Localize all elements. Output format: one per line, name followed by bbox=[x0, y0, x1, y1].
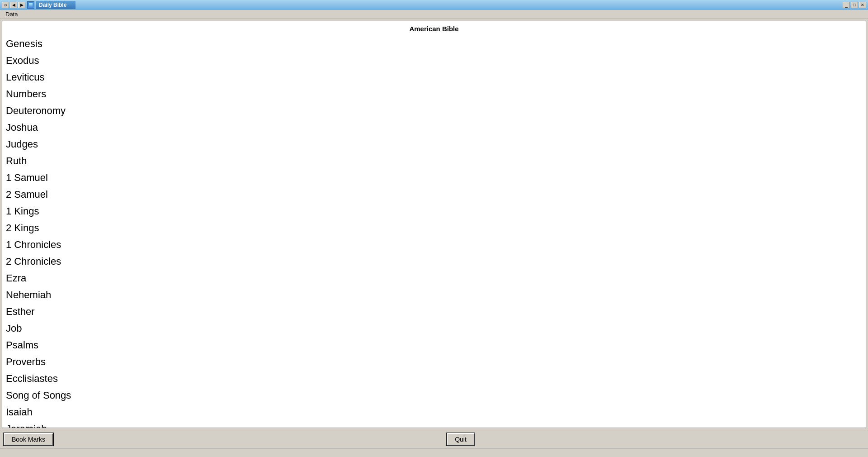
title-bar: ⊙ ◀ ▶ Daily Bible _ □ ✕ bbox=[0, 0, 868, 10]
list-item[interactable]: Ezra bbox=[2, 270, 866, 286]
window-controls[interactable]: _ □ ✕ bbox=[843, 2, 866, 8]
list-item[interactable]: Leviticus bbox=[2, 69, 866, 86]
list-item[interactable]: 1 Kings bbox=[2, 203, 866, 219]
list-item[interactable]: Psalms bbox=[2, 337, 866, 353]
menu-data[interactable]: Data bbox=[2, 10, 21, 19]
system-menu-button[interactable]: ⊙ bbox=[2, 2, 9, 8]
list-item[interactable]: Exodus bbox=[2, 52, 866, 69]
list-item[interactable]: Proverbs bbox=[2, 353, 866, 370]
close-button[interactable]: ✕ bbox=[859, 2, 866, 8]
content-title: American Bible bbox=[2, 21, 866, 35]
minimize-button[interactable]: _ bbox=[843, 2, 850, 8]
app-icon bbox=[27, 1, 34, 9]
list-item[interactable]: Isaiah bbox=[2, 404, 866, 420]
list-item[interactable]: Song of Songs bbox=[2, 387, 866, 404]
book-list: GenesisExodusLeviticusNumbersDeuteronomy… bbox=[2, 35, 866, 428]
svg-rect-1 bbox=[29, 3, 33, 4]
title-bar-left-controls[interactable]: ⊙ ◀ ▶ bbox=[2, 2, 25, 8]
list-item[interactable]: Job bbox=[2, 320, 866, 337]
main-content: American Bible GenesisExodusLeviticusNum… bbox=[2, 21, 866, 428]
list-item[interactable]: 2 Kings bbox=[2, 219, 866, 236]
svg-rect-2 bbox=[29, 4, 33, 5]
status-bar bbox=[0, 448, 868, 457]
book-list-wrapper[interactable]: GenesisExodusLeviticusNumbersDeuteronomy… bbox=[2, 35, 866, 428]
bottom-bar: Book Marks Quit bbox=[0, 430, 868, 448]
list-item[interactable]: Ecclisiastes bbox=[2, 370, 866, 387]
list-item[interactable]: 2 Samuel bbox=[2, 186, 866, 203]
svg-rect-4 bbox=[29, 6, 33, 6]
menu-bar: Data bbox=[0, 10, 868, 19]
maximize-button[interactable]: □ bbox=[851, 2, 858, 8]
list-item[interactable]: 1 Chronicles bbox=[2, 236, 866, 253]
arrow-right-button[interactable]: ▶ bbox=[18, 2, 25, 8]
list-item[interactable]: Esther bbox=[2, 303, 866, 320]
svg-rect-3 bbox=[29, 5, 33, 5]
bookmarks-button[interactable]: Book Marks bbox=[4, 433, 53, 446]
arrow-left-button[interactable]: ◀ bbox=[10, 2, 17, 8]
list-item[interactable]: Ruth bbox=[2, 152, 866, 169]
list-item[interactable]: Numbers bbox=[2, 86, 866, 102]
list-item[interactable]: Deuteronomy bbox=[2, 102, 866, 119]
quit-button[interactable]: Quit bbox=[447, 433, 475, 446]
list-item[interactable]: Genesis bbox=[2, 35, 866, 52]
list-item[interactable]: 2 Chronicles bbox=[2, 253, 866, 270]
list-item[interactable]: 1 Samuel bbox=[2, 169, 866, 186]
list-item[interactable]: Joshua bbox=[2, 119, 866, 136]
list-item[interactable]: Judges bbox=[2, 136, 866, 152]
list-item[interactable]: Nehemiah bbox=[2, 286, 866, 303]
list-item[interactable]: Jeremiah bbox=[2, 420, 866, 428]
window-title: Daily Bible bbox=[36, 1, 75, 9]
